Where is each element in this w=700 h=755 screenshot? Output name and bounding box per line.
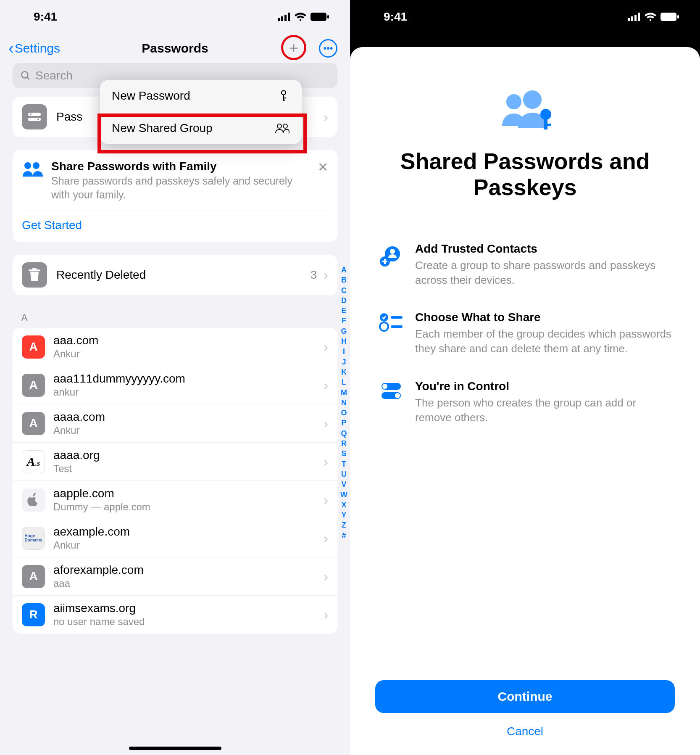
chevron-right-icon: ›	[324, 416, 328, 431]
site-name: aaaa.com	[53, 410, 319, 424]
index-letter[interactable]: R	[340, 438, 347, 449]
username: Ankur	[53, 425, 319, 436]
svg-point-18	[24, 162, 31, 169]
chevron-right-icon: ›	[324, 569, 328, 584]
index-letter[interactable]: B	[340, 275, 347, 285]
index-letter[interactable]: I	[340, 346, 347, 356]
username: aaa	[53, 578, 319, 589]
status-time: 9:41	[384, 10, 407, 24]
status-icons	[278, 13, 329, 21]
index-letter[interactable]: U	[340, 469, 347, 479]
index-letter[interactable]: F	[340, 316, 347, 326]
cellular-icon	[628, 13, 640, 21]
svg-rect-41	[391, 325, 403, 328]
site-name: aaaa.org	[53, 449, 319, 462]
index-letter[interactable]: V	[340, 479, 347, 489]
status-time: 9:41	[34, 10, 57, 24]
battery-icon	[311, 13, 329, 21]
username: Test	[53, 463, 319, 475]
index-letter[interactable]: Q	[340, 428, 347, 438]
family-share-card: Share Passwords with Family Share passwo…	[13, 150, 337, 242]
index-letter[interactable]: Z	[340, 520, 347, 530]
nav-bar: ‹ Settings Passwords ＋ •••	[0, 34, 350, 63]
password-row[interactable]: A.saaaa.orgTest›	[13, 443, 337, 481]
svg-rect-25	[638, 13, 640, 21]
close-button[interactable]: ✕	[318, 160, 328, 174]
index-letter[interactable]: X	[340, 500, 347, 510]
svg-rect-37	[384, 259, 386, 264]
feature-body: Each member of the group decides which p…	[415, 327, 675, 356]
index-letter[interactable]: O	[340, 408, 347, 418]
feature-item: Choose What to ShareEach member of the g…	[375, 311, 675, 356]
cellular-icon	[278, 13, 290, 21]
menu-item-new-password[interactable]: New Password	[100, 80, 302, 112]
password-row[interactable]: Aaaa.comAnkur›	[13, 328, 337, 366]
index-letter[interactable]: P	[340, 418, 347, 428]
search-icon	[20, 70, 31, 81]
recently-deleted-row[interactable]: Recently Deleted 3 ›	[13, 255, 337, 295]
continue-button[interactable]: Continue	[375, 680, 675, 713]
index-letter[interactable]: M	[340, 388, 347, 398]
cancel-button[interactable]: Cancel	[375, 725, 675, 738]
index-letter[interactable]: W	[340, 490, 347, 500]
svg-point-17	[37, 119, 39, 120]
svg-rect-0	[278, 18, 280, 21]
chevron-right-icon: ›	[324, 454, 328, 470]
index-letter[interactable]: D	[340, 296, 347, 306]
site-name: aaa.com	[53, 334, 319, 347]
index-letter[interactable]: T	[340, 459, 347, 469]
index-letter[interactable]: G	[340, 326, 347, 336]
password-row[interactable]: Raiimsexams.orgno user name saved›	[13, 596, 337, 634]
svg-rect-39	[391, 316, 403, 319]
site-icon: A	[22, 565, 45, 588]
index-letter[interactable]: Y	[340, 510, 347, 520]
password-row[interactable]: Aaaa111dummyyyyyy.comankur›	[13, 366, 337, 404]
site-icon: A	[22, 412, 45, 435]
back-button[interactable]: ‹ Settings	[8, 40, 60, 58]
index-letter[interactable]: C	[340, 285, 347, 296]
index-letter[interactable]: S	[340, 449, 347, 459]
index-letter[interactable]: #	[340, 531, 347, 541]
get-started-button[interactable]: Get Started	[22, 211, 328, 232]
password-row[interactable]: aapple.comDummy — apple.com›	[13, 481, 337, 519]
button-label: Cancel	[507, 725, 543, 738]
svg-rect-22	[628, 18, 630, 21]
svg-point-40	[380, 322, 388, 331]
site-icon: A	[22, 374, 45, 397]
battery-icon	[661, 13, 679, 21]
username: Ankur	[53, 539, 319, 551]
wifi-icon	[295, 13, 306, 21]
button-label: Continue	[498, 689, 553, 703]
index-scrubber[interactable]: ABCDEFGHIJKLMNOPQRSTUVWXYZ#	[340, 265, 347, 541]
svg-rect-5	[327, 15, 329, 18]
index-letter[interactable]: A	[340, 265, 347, 275]
site-name: aexample.com	[53, 525, 319, 539]
hero-icon	[375, 89, 675, 131]
svg-point-8	[282, 91, 286, 95]
chevron-right-icon: ›	[324, 267, 328, 283]
index-letter[interactable]: N	[340, 398, 347, 408]
password-row[interactable]: Aaaaa.comAnkur›	[13, 404, 337, 443]
index-letter[interactable]: K	[340, 367, 347, 377]
index-letter[interactable]: E	[340, 306, 347, 316]
site-name: aiimsexams.org	[53, 602, 319, 615]
feature-title: Choose What to Share	[415, 311, 675, 324]
feature-body: Create a group to share passwords and pa…	[415, 258, 675, 288]
feature-icon	[375, 381, 407, 425]
index-letter[interactable]: J	[340, 357, 347, 367]
svg-point-30	[540, 109, 551, 120]
site-icon: A	[22, 335, 45, 359]
status-icons	[628, 13, 679, 21]
index-letter[interactable]: L	[340, 377, 347, 387]
index-letter[interactable]: H	[340, 336, 347, 346]
feature-item: Add Trusted ContactsCreate a group to sh…	[375, 242, 675, 288]
highlight-box	[97, 114, 307, 153]
password-row[interactable]: HugeDomainsaexample.comAnkur›	[13, 519, 337, 557]
site-icon: A.s	[22, 450, 45, 473]
password-row[interactable]: Aaforexample.comaaa›	[13, 557, 337, 596]
more-button[interactable]: •••	[319, 39, 337, 58]
add-button[interactable]: ＋	[281, 35, 306, 60]
ellipsis-icon: •••	[323, 43, 333, 54]
trash-icon	[22, 262, 47, 288]
site-icon: HugeDomains	[22, 527, 45, 550]
